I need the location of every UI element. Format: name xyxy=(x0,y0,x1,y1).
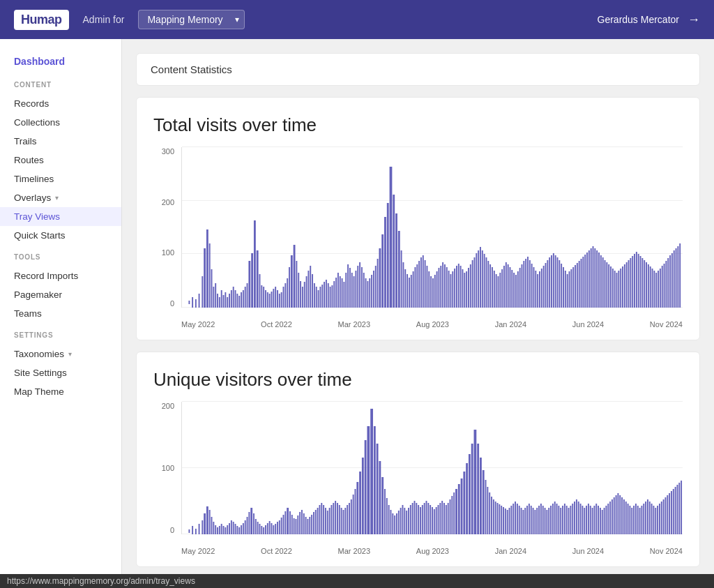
svg-rect-307 xyxy=(327,511,328,534)
svg-rect-88 xyxy=(373,271,374,308)
sidebar-item-overlays[interactable]: Overlays ▾ xyxy=(0,188,121,207)
svg-rect-132 xyxy=(466,271,467,308)
svg-rect-232 xyxy=(664,264,665,308)
status-bar: https://www.mappingmemory.org/admin/tray… xyxy=(0,574,714,588)
svg-rect-3 xyxy=(199,294,200,308)
sidebar-item-tray-views[interactable]: Tray Views xyxy=(0,207,121,226)
svg-rect-100 xyxy=(402,262,404,308)
sidebar-item-collections[interactable]: Collections xyxy=(0,113,121,132)
svg-rect-212 xyxy=(624,264,625,308)
svg-rect-190 xyxy=(581,259,582,308)
svg-rect-323 xyxy=(359,472,361,534)
y2-label-0: 0 xyxy=(170,526,174,534)
svg-rect-282 xyxy=(277,522,278,534)
svg-rect-477 xyxy=(678,483,680,534)
svg-rect-363 xyxy=(446,505,447,534)
svg-rect-51 xyxy=(300,281,301,308)
svg-rect-145 xyxy=(492,267,493,308)
sidebar-section-settings: SETTINGS xyxy=(0,329,121,342)
svg-rect-422 xyxy=(570,506,571,534)
svg-rect-387 xyxy=(501,506,502,534)
svg-rect-128 xyxy=(458,264,459,308)
sidebar-item-record-imports[interactable]: Record Imports xyxy=(0,266,121,285)
svg-rect-476 xyxy=(676,485,678,534)
sidebar-item-map-theme[interactable]: Map Theme xyxy=(0,382,121,401)
svg-rect-277 xyxy=(267,523,268,534)
svg-rect-27 xyxy=(248,261,250,308)
svg-rect-263 xyxy=(238,527,240,534)
svg-rect-49 xyxy=(296,261,297,308)
svg-rect-396 xyxy=(519,506,520,534)
svg-rect-406 xyxy=(538,506,540,534)
sidebar-item-pagemaker[interactable]: Pagemaker xyxy=(0,285,121,304)
svg-rect-372 xyxy=(466,463,468,534)
svg-rect-181 xyxy=(563,267,564,308)
svg-rect-350 xyxy=(420,507,421,534)
svg-rect-236 xyxy=(671,253,673,308)
sidebar-item-quick-starts[interactable]: Quick Starts xyxy=(0,226,121,245)
svg-rect-431 xyxy=(588,504,589,534)
svg-rect-357 xyxy=(434,509,435,534)
svg-rect-333 xyxy=(386,498,388,534)
svg-rect-114 xyxy=(430,276,432,308)
svg-rect-204 xyxy=(608,264,609,308)
svg-rect-211 xyxy=(622,266,623,308)
svg-rect-139 xyxy=(480,247,481,308)
svg-rect-362 xyxy=(443,503,445,534)
svg-rect-55 xyxy=(307,271,309,308)
svg-rect-446 xyxy=(617,493,618,534)
svg-rect-276 xyxy=(265,525,266,534)
svg-rect-454 xyxy=(633,506,635,534)
x-label-mar2023: Mar 2023 xyxy=(338,320,370,329)
svg-rect-161 xyxy=(523,261,524,308)
svg-rect-399 xyxy=(524,508,526,534)
sidebar-item-dashboard[interactable]: Dashboard xyxy=(0,50,121,73)
sidebar-item-trails[interactable]: Trails xyxy=(0,132,121,151)
svg-rect-407 xyxy=(540,504,542,534)
sidebar-item-teams[interactable]: Teams xyxy=(0,304,121,323)
svg-rect-472 xyxy=(669,493,670,534)
svg-rect-134 xyxy=(470,264,471,308)
map-selector-wrapper[interactable]: Mapping Memory xyxy=(138,10,245,29)
logout-button[interactable]: → xyxy=(688,13,700,27)
svg-rect-142 xyxy=(486,257,487,308)
svg-rect-306 xyxy=(325,508,326,534)
svg-rect-140 xyxy=(482,250,483,308)
sidebar-item-taxonomies[interactable]: Taxonomies ▾ xyxy=(0,345,121,363)
svg-rect-420 xyxy=(566,506,568,534)
sidebar-item-routes[interactable]: Routes xyxy=(0,151,121,169)
svg-rect-111 xyxy=(425,260,426,308)
svg-rect-297 xyxy=(307,519,309,534)
svg-rect-266 xyxy=(245,520,246,534)
svg-rect-380 xyxy=(487,487,488,534)
sidebar-item-site-settings[interactable]: Site Settings xyxy=(0,363,121,382)
svg-rect-75 xyxy=(347,264,349,308)
svg-rect-61 xyxy=(319,287,321,308)
svg-rect-293 xyxy=(299,512,301,534)
svg-rect-452 xyxy=(629,506,630,534)
svg-rect-424 xyxy=(574,502,575,534)
svg-rect-287 xyxy=(287,508,289,534)
svg-rect-403 xyxy=(533,508,534,534)
chart1-x-axis: May 2022 Oct 2022 Mar 2023 Aug 2023 Jan … xyxy=(181,309,683,329)
svg-rect-62 xyxy=(321,285,323,308)
svg-rect-95 xyxy=(390,167,393,308)
svg-rect-467 xyxy=(659,504,660,534)
sidebar-item-records[interactable]: Records xyxy=(0,94,121,113)
svg-rect-144 xyxy=(489,264,491,308)
svg-rect-29 xyxy=(254,220,256,308)
svg-rect-381 xyxy=(489,492,490,534)
svg-rect-227 xyxy=(653,271,655,308)
svg-rect-178 xyxy=(557,257,559,308)
svg-rect-36 xyxy=(269,294,271,308)
svg-rect-430 xyxy=(586,506,587,534)
map-selector[interactable]: Mapping Memory xyxy=(138,10,245,29)
svg-rect-284 xyxy=(281,518,282,534)
svg-rect-342 xyxy=(404,508,405,534)
svg-rect-417 xyxy=(560,508,561,534)
svg-rect-14 xyxy=(223,295,225,308)
svg-rect-2 xyxy=(195,299,197,308)
svg-rect-262 xyxy=(236,526,238,534)
sidebar-item-timelines[interactable]: Timelines xyxy=(0,169,121,188)
svg-rect-218 xyxy=(636,252,637,308)
